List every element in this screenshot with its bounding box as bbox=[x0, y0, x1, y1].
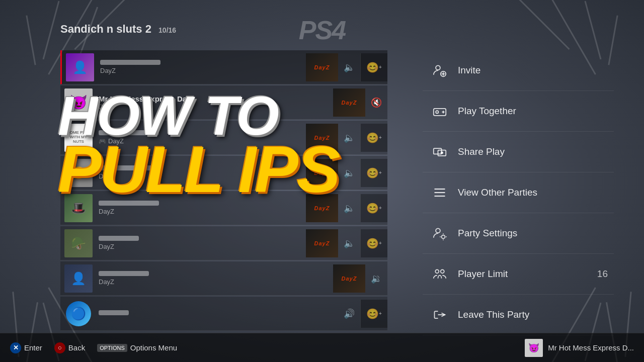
party-header: Sandich n sluts 2 10/16 bbox=[60, 23, 176, 36]
svg-point-16 bbox=[435, 269, 439, 273]
member-info: DayZ bbox=[97, 236, 306, 250]
name-bar bbox=[99, 201, 159, 206]
menu-item-party-settings[interactable]: Party Settings bbox=[423, 213, 614, 254]
member-info: DayZ bbox=[98, 60, 306, 74]
avatar: 🎩 bbox=[64, 194, 93, 222]
menu-item-player-limit[interactable]: Player Limit 16 bbox=[423, 254, 614, 295]
list-item[interactable]: 🎩 DayZ DayZ 🔈 😊+ bbox=[60, 191, 387, 225]
options-button-icon: OPTIONS bbox=[97, 344, 127, 352]
menu-item-invite[interactable]: Invite bbox=[423, 50, 614, 91]
menu-item-player-limit-label: Player Limit bbox=[458, 268, 597, 280]
menu-item-view-parties-label: View Other Parties bbox=[458, 187, 608, 198]
list-item[interactable]: 👤 DayZ DayZ 🔉 bbox=[60, 261, 387, 296]
game-thumbnail: DayZ bbox=[306, 159, 338, 187]
list-item[interactable]: 😈 Mr Hot Mess Express Daily DayZ DayZ 🔇 bbox=[60, 85, 387, 120]
member-info bbox=[97, 310, 338, 317]
list-item[interactable]: 🪖 DayZ DayZ 🔈 😊+ bbox=[60, 226, 387, 260]
avatar: COME PLAY WITH MY NUTS bbox=[64, 124, 93, 152]
bottom-controls: ✕ Enter ○ Back OPTIONS Options Menu bbox=[10, 342, 525, 353]
member-game: DayZ bbox=[99, 208, 306, 215]
sound-button[interactable]: 🔈 bbox=[338, 229, 360, 257]
name-bar bbox=[99, 310, 129, 315]
member-info: Mr Hot Mess Express Daily DayZ bbox=[97, 95, 333, 111]
add-friend-button[interactable]: 😊+ bbox=[360, 124, 387, 152]
member-game: DayZ bbox=[108, 137, 124, 145]
back-label: Back bbox=[68, 343, 85, 352]
svg-point-14 bbox=[436, 228, 440, 233]
member-info: DayZ bbox=[97, 201, 306, 215]
member-game: DayZ bbox=[99, 278, 333, 286]
name-bar bbox=[99, 165, 159, 170]
party-member-list: 👤 DayZ DayZ 🔈 😊+ 😈 Mr Hot Mess Express D… bbox=[60, 50, 387, 317]
name-bar bbox=[100, 60, 160, 65]
sound-button[interactable]: 🔈 bbox=[338, 159, 360, 187]
member-info: 🎮 DayZ bbox=[97, 130, 306, 145]
o-button-icon: ○ bbox=[54, 342, 65, 353]
list-item[interactable]: COME PLAY WITH MY NUTS 🎮 DayZ DayZ 🔈 😊+ bbox=[60, 121, 387, 155]
member-game: DayZ bbox=[99, 103, 333, 111]
bottom-control-enter: ✕ Enter bbox=[10, 342, 42, 353]
name-bar bbox=[99, 130, 159, 135]
member-game: DayZ bbox=[99, 243, 306, 250]
menu-item-view-other-parties[interactable]: View Other Parties bbox=[423, 172, 614, 213]
add-friend-button[interactable]: 😊+ bbox=[360, 53, 387, 81]
menu-item-play-together-label: Play Together bbox=[458, 106, 608, 117]
menu-item-player-limit-value: 16 bbox=[597, 268, 608, 280]
invite-icon bbox=[429, 59, 451, 81]
sound-button[interactable]: 🔊 bbox=[338, 300, 360, 328]
sound-button[interactable]: 🔉 bbox=[365, 264, 387, 293]
avatar: 👤 bbox=[64, 264, 93, 293]
member-info: DayZ bbox=[97, 271, 333, 286]
svg-point-15 bbox=[442, 235, 445, 239]
list-item[interactable]: 😊 DayZ DayZ 🔈 😊+ bbox=[60, 156, 387, 190]
svg-point-17 bbox=[441, 269, 444, 273]
menu-item-party-settings-label: Party Settings bbox=[458, 228, 608, 239]
leave-party-icon bbox=[429, 304, 451, 326]
bottom-user-name: Mr Hot Mess Express D... bbox=[548, 343, 634, 352]
avatar: 😈 bbox=[64, 88, 93, 117]
name-bar bbox=[99, 271, 149, 276]
bottom-user: 😈 Mr Hot Mess Express D... bbox=[525, 339, 634, 357]
controller-icon: 🎮 bbox=[99, 138, 106, 145]
menu-item-invite-label: Invite bbox=[458, 65, 608, 76]
list-item[interactable]: 🔵 🔊 😊+ bbox=[60, 297, 387, 331]
add-friend-button[interactable]: 😊+ bbox=[360, 229, 387, 257]
member-name: Mr Hot Mess Express Daily bbox=[99, 95, 333, 103]
sound-button[interactable]: 🔈 bbox=[338, 194, 360, 222]
game-thumbnail: DayZ bbox=[333, 264, 365, 293]
sound-button[interactable]: 🔈 bbox=[338, 124, 360, 152]
x-button-icon: ✕ bbox=[10, 342, 21, 353]
game-thumbnail: DayZ bbox=[306, 194, 338, 222]
add-friend-button[interactable]: 😊+ bbox=[360, 194, 387, 222]
ps4-logo: PS4 bbox=[299, 15, 345, 45]
svg-point-5 bbox=[436, 111, 438, 113]
party-name: Sandich n sluts 2 bbox=[60, 23, 151, 35]
add-friend-button[interactable]: 😊+ bbox=[360, 300, 387, 328]
party-settings-icon bbox=[429, 222, 451, 244]
menu-item-share-play[interactable]: Share Play bbox=[423, 132, 614, 172]
party-count: 10/16 bbox=[158, 26, 176, 34]
sound-button[interactable]: 🔈 bbox=[338, 53, 360, 81]
mute-button[interactable]: 🔇 bbox=[365, 88, 387, 117]
add-friend-button[interactable]: 😊+ bbox=[360, 159, 387, 187]
options-label: Options Menu bbox=[130, 343, 177, 352]
game-thumbnail: DayZ bbox=[306, 229, 338, 257]
bottom-bar: ✕ Enter ○ Back OPTIONS Options Menu 😈 Mr… bbox=[0, 333, 644, 362]
menu-item-play-together[interactable]: Play Together bbox=[423, 91, 614, 132]
avatar: 😊 bbox=[64, 159, 93, 187]
bottom-control-back: ○ Back bbox=[54, 342, 85, 353]
view-parties-icon bbox=[429, 182, 451, 204]
bottom-user-avatar: 😈 bbox=[525, 339, 543, 357]
game-thumbnail: DayZ bbox=[333, 88, 365, 117]
game-thumbnail: DayZ bbox=[306, 53, 338, 81]
game-thumbnail: DayZ bbox=[306, 124, 338, 152]
menu-item-leave-party[interactable]: Leave This Party bbox=[423, 295, 614, 335]
list-item[interactable]: 👤 DayZ DayZ 🔈 😊+ bbox=[60, 50, 387, 84]
svg-point-10 bbox=[441, 152, 443, 154]
member-game: DayZ bbox=[99, 172, 306, 180]
member-game: DayZ bbox=[100, 67, 306, 74]
menu-item-leave-party-label: Leave This Party bbox=[458, 309, 608, 320]
player-limit-icon bbox=[429, 263, 451, 285]
member-info: DayZ bbox=[97, 165, 306, 180]
bottom-control-options: OPTIONS Options Menu bbox=[97, 343, 177, 352]
